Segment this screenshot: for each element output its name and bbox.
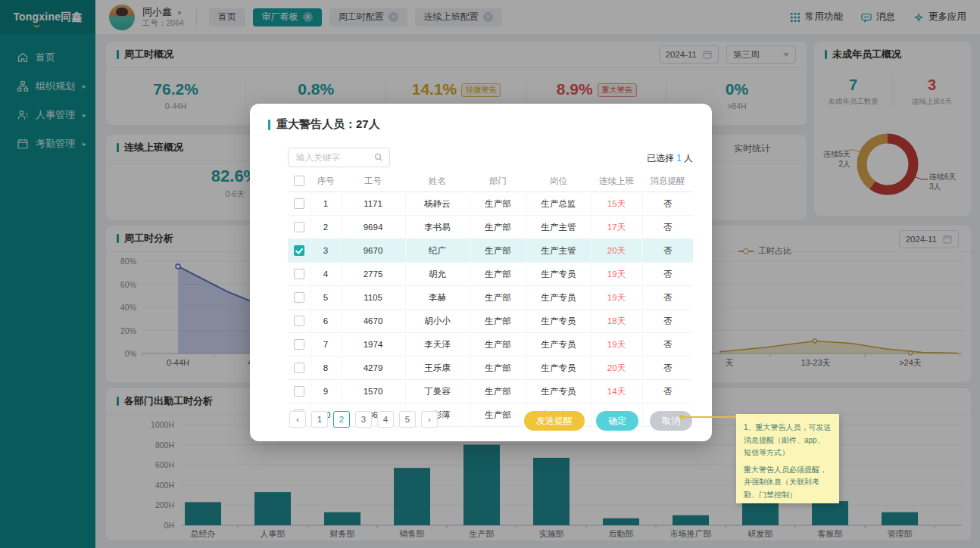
table-cell: 李书易 — [405, 216, 470, 239]
table-row[interactable]: 91570丁曼容生产部生产专员14天否 — [288, 380, 693, 403]
pagination-page-4[interactable]: 4 — [377, 411, 394, 428]
table-cell: 杨静云 — [405, 192, 470, 216]
table-cell: 生产专员 — [526, 263, 591, 286]
pagination-prev[interactable]: ‹ — [289, 411, 306, 428]
table-cell: 否 — [642, 310, 693, 333]
annotation-connector-line — [682, 416, 736, 418]
row-checkbox-cell — [288, 333, 311, 357]
table-cell: 否 — [642, 380, 693, 403]
table-cell: 否 — [642, 263, 693, 286]
pagination: ‹12345› — [289, 411, 438, 428]
row-checkbox[interactable] — [294, 222, 304, 232]
column-header: 岗位 — [526, 170, 591, 192]
table-cell: 19天 — [591, 333, 642, 357]
table-cell: 生产总监 — [526, 192, 591, 216]
row-checkbox-cell — [288, 286, 311, 310]
table-cell: 14天 — [591, 380, 642, 403]
table-cell: 生产专员 — [526, 286, 591, 310]
table-cell: 19天 — [591, 286, 642, 310]
table-cell: 9670 — [341, 239, 405, 263]
table-row[interactable]: 11171杨静云生产部生产总监15天否 — [288, 192, 693, 216]
row-checkbox[interactable] — [294, 339, 304, 350]
row-checkbox[interactable] — [294, 363, 304, 373]
table-row[interactable]: 42775胡允生产部生产专员19天否 — [288, 263, 693, 286]
cancel-button[interactable]: 取消 — [650, 411, 692, 431]
table-cell: 生产部 — [470, 380, 526, 403]
table-cell: 否 — [642, 239, 693, 263]
table-cell: 7 — [311, 333, 341, 357]
search-icon[interactable] — [374, 153, 383, 162]
modal-buttons: 发送提醒确定取消 — [524, 411, 692, 431]
table-row[interactable]: 64670胡小小生产部生产专员18天否 — [288, 310, 693, 333]
table-row[interactable]: 39670纪广生产部生产主管20天否 — [288, 239, 693, 263]
pagination-page-5[interactable]: 5 — [399, 411, 416, 428]
major-warning-modal: 重大警告人员：27人 已选择1人 序号工号姓名部门岗位连续上班消息提醒 1117… — [250, 104, 712, 441]
row-checkbox[interactable] — [294, 386, 304, 397]
row-checkbox-cell — [288, 263, 311, 286]
table-cell: 生产部 — [470, 403, 526, 427]
pagination-next[interactable]: › — [421, 411, 438, 428]
table-cell: 17天 — [591, 216, 642, 239]
table-cell: 9 — [311, 380, 341, 403]
row-checkbox[interactable] — [294, 269, 304, 279]
table-cell: 8 — [311, 357, 341, 380]
row-checkbox-cell — [288, 310, 311, 333]
table-cell: 2 — [311, 216, 341, 239]
note-paragraph: 重大警告人员必须提醒，并强制休息（关联到考勤、门禁控制） — [744, 464, 832, 502]
table-cell: 20天 — [591, 239, 642, 263]
search-input[interactable] — [295, 152, 374, 163]
table-row[interactable]: 29694李书易生产部生产主管17天否 — [288, 216, 693, 239]
table-cell: 4670 — [341, 310, 405, 333]
column-header: 部门 — [470, 170, 526, 192]
table-row[interactable]: 84279王乐康生产部生产专员20天否 — [288, 357, 693, 380]
select-all-checkbox[interactable] — [294, 176, 304, 186]
column-header: 工号 — [341, 170, 405, 192]
pagination-page-1[interactable]: 1 — [311, 411, 328, 428]
table-cell: 生产部 — [470, 310, 526, 333]
table-cell: 20天 — [591, 357, 642, 380]
table-cell: 生产专员 — [526, 380, 591, 403]
confirm-button[interactable]: 确定 — [596, 411, 638, 431]
table-cell: 胡小小 — [405, 310, 470, 333]
table-row[interactable]: 51105李赫生产部生产专员19天否 — [288, 286, 693, 310]
table-cell: 王乐康 — [405, 357, 470, 380]
column-header: 消息提醒 — [642, 170, 693, 192]
table-cell: 6 — [311, 310, 341, 333]
table-cell: 李天泽 — [405, 333, 470, 357]
table-cell: 李赫 — [405, 286, 470, 310]
row-checkbox-cell — [288, 192, 311, 216]
table-cell: 生产部 — [470, 263, 526, 286]
column-header: 姓名 — [405, 170, 470, 192]
row-checkbox[interactable] — [294, 292, 304, 303]
table-cell: 1 — [311, 192, 341, 216]
row-checkbox[interactable] — [294, 316, 304, 326]
column-header: 连续上班 — [591, 170, 642, 192]
table-cell: 否 — [642, 333, 693, 357]
table-cell: 否 — [642, 216, 693, 239]
note-paragraph: 1、重大警告人员，可发送消息提醒（邮件、app、短信等方式） — [744, 422, 832, 459]
row-checkbox-cell — [288, 239, 311, 263]
table-cell: 生产主管 — [526, 216, 591, 239]
table-cell: 胡允 — [405, 263, 470, 286]
table-cell: 9694 — [341, 216, 405, 239]
pagination-page-3[interactable]: 3 — [355, 411, 372, 428]
app-root: Tongxine同鑫 首页组织规划▸人事管理▸考勤管理▸ 同小鑫 ▾ 工号：20… — [0, 0, 980, 548]
table-cell: 4 — [311, 263, 341, 286]
table-cell: 生产部 — [470, 239, 526, 263]
table-cell: 否 — [642, 357, 693, 380]
send-reminder-button[interactable]: 发送提醒 — [524, 411, 585, 431]
table-cell: 1105 — [341, 286, 405, 310]
table-cell: 生产部 — [470, 286, 526, 310]
row-checkbox-cell — [288, 216, 311, 239]
table-header-row: 序号工号姓名部门岗位连续上班消息提醒 — [288, 170, 693, 192]
header-checkbox-cell — [288, 170, 311, 192]
pagination-page-2[interactable]: 2 — [333, 411, 350, 428]
table-row[interactable]: 71974李天泽生产部生产专员19天否 — [288, 333, 693, 357]
selected-count-info: 已选择1人 — [647, 152, 693, 165]
row-checkbox[interactable] — [294, 245, 304, 256]
table-cell: 纪广 — [405, 239, 470, 263]
row-checkbox[interactable] — [294, 198, 304, 209]
table-cell: 5 — [311, 286, 341, 310]
table-cell: 生产部 — [470, 333, 526, 357]
column-header: 序号 — [311, 170, 341, 192]
